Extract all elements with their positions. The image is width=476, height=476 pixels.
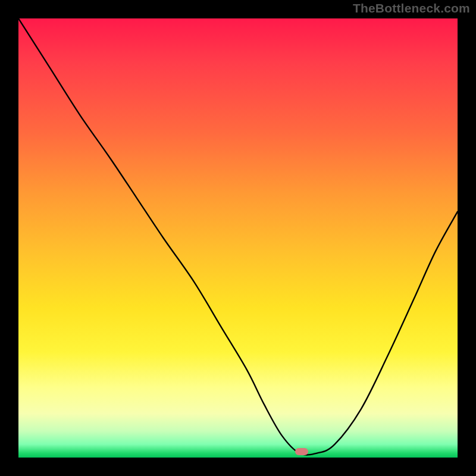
plot-gradient-background — [18, 18, 458, 458]
watermark-text: TheBottleneck.com — [353, 1, 470, 15]
chart-container: TheBottleneck.com — [0, 0, 476, 476]
